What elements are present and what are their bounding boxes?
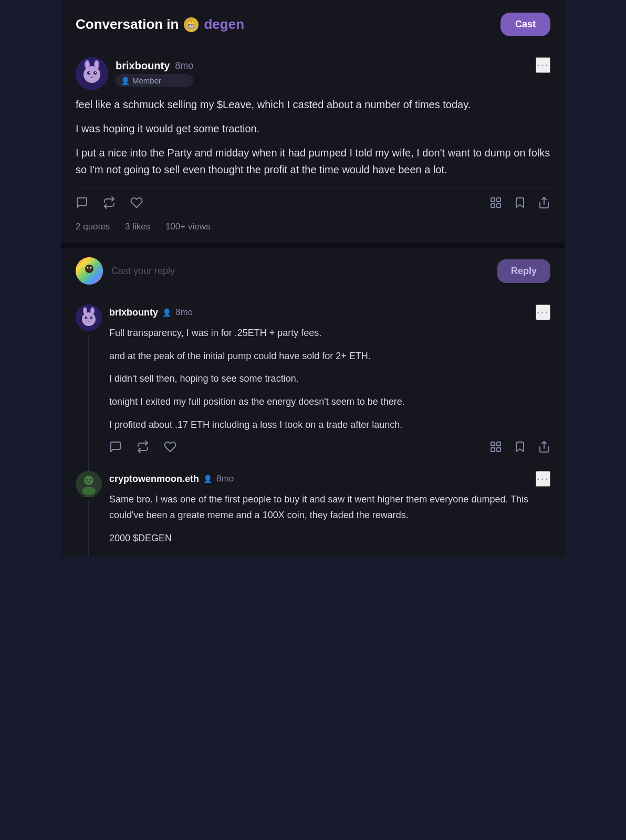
svg-rect-12 [497, 198, 500, 202]
like-button[interactable] [130, 196, 143, 209]
reply-2-username: cryptowenmoon.eth [109, 474, 199, 485]
reply-placeholder[interactable]: Cast your reply [111, 266, 489, 277]
svg-point-19 [87, 267, 89, 269]
svg-point-29 [90, 317, 93, 319]
reply-1-share-button[interactable] [538, 440, 550, 453]
post-paragraph-2: I was hoping it would get some traction. [76, 120, 550, 137]
svg-point-42 [90, 479, 92, 481]
reply-1-username: brixbounty [109, 307, 158, 318]
svg-point-6 [87, 71, 90, 75]
channel-name: degen [204, 16, 244, 33]
svg-point-21 [89, 269, 90, 270]
thread-item: brixbounty 👤 8mo ··· Full transparency, … [76, 304, 550, 471]
svg-point-2 [86, 61, 89, 68]
reply-1-comment-button[interactable] [109, 440, 122, 453]
reply-2-author-row: cryptowenmoon.eth 👤 8mo [109, 474, 234, 485]
svg-point-39 [84, 476, 93, 485]
reply-1-avatar [76, 304, 102, 331]
svg-rect-11 [491, 198, 495, 202]
comment-button[interactable] [76, 196, 88, 209]
cast-button[interactable]: Cast [500, 13, 550, 36]
reply-2-text: Same bro. I was one of the first people … [109, 492, 550, 546]
main-post-content: feel like a schmuck selling my $Leave, w… [76, 96, 550, 178]
share-button[interactable] [538, 196, 550, 209]
header-title: Conversation in [76, 16, 179, 33]
reply-2-header: cryptowenmoon.eth 👤 8mo ··· [109, 471, 550, 487]
reply-1-content: brixbounty 👤 8mo ··· Full transparency, … [109, 304, 550, 471]
post-stats: 2 quotes · 3 likes · 100+ views [76, 216, 550, 243]
main-post-username: brixbounty [116, 60, 170, 72]
reply-2-para-1: Same bro. I was one of the first people … [109, 492, 550, 523]
main-post: brixbounty 8mo 👤 Member ··· feel like a … [61, 47, 565, 243]
svg-point-41 [86, 479, 88, 481]
thread-left-2 [76, 471, 102, 556]
reply-1-para-4: tonight I exited my full position as the… [109, 394, 550, 410]
username-area: brixbounty 8mo 👤 Member [116, 60, 193, 87]
reply-1-text: Full transparency, I was in for .25ETH +… [109, 326, 550, 433]
svg-rect-33 [491, 442, 495, 446]
svg-rect-13 [491, 204, 495, 207]
post-author-info: brixbounty 8mo 👤 Member [76, 57, 193, 90]
thread-container: brixbounty 👤 8mo ··· Full transparency, … [61, 294, 565, 557]
svg-point-9 [95, 72, 96, 73]
username-row: brixbounty 8mo [116, 60, 193, 72]
svg-point-24 [84, 308, 87, 313]
svg-point-18 [85, 265, 93, 273]
bookmark-button[interactable] [514, 196, 526, 209]
reply-1-bookmark-button[interactable] [514, 440, 526, 453]
main-post-avatar [76, 57, 108, 90]
action-right [489, 196, 550, 209]
reply-1-apps-button[interactable] [489, 440, 502, 453]
reply-1-action-right [489, 440, 550, 453]
svg-point-8 [89, 72, 90, 73]
member-badge-label: Member [132, 76, 161, 85]
svg-rect-35 [491, 448, 495, 452]
reply-1-badge-icon: 👤 [162, 308, 171, 317]
apps-button[interactable] [489, 196, 502, 209]
stat-dot-1: · [116, 222, 119, 232]
member-icon: 👤 [121, 77, 130, 85]
recast-button[interactable] [103, 196, 116, 209]
thread-left [76, 304, 102, 471]
svg-point-7 [93, 71, 97, 75]
svg-point-28 [85, 317, 88, 319]
reply-1-like-button[interactable] [164, 440, 176, 453]
reply-1-para-2: and at the peak of the initial pump coul… [109, 349, 550, 364]
likes-stat: 3 likes [125, 222, 150, 232]
reply-2-para-2: 2000 $DEGEN [109, 531, 550, 547]
section-divider [61, 243, 565, 248]
svg-rect-34 [497, 442, 500, 446]
reply-2-avatar [76, 471, 102, 497]
action-left [76, 196, 143, 209]
reply-1-action-left [109, 440, 176, 453]
reply-1-para-3: I didn't sell then, hoping to see some t… [109, 371, 550, 387]
channel-icon: 🎰 [184, 17, 199, 32]
reply-1-header: brixbounty 👤 8mo ··· [109, 304, 550, 320]
svg-point-32 [88, 319, 90, 320]
reply-avatar [76, 257, 103, 285]
reply-2-more-options[interactable]: ··· [536, 471, 550, 487]
svg-point-10 [91, 75, 93, 77]
more-options-button[interactable]: ··· [536, 57, 550, 73]
post-paragraph-3: I put a nice into the Party and midday w… [76, 144, 550, 178]
svg-rect-14 [497, 204, 500, 207]
reply-1-recast-button[interactable] [137, 440, 149, 453]
thread-line-2 [88, 501, 89, 556]
svg-point-31 [91, 317, 92, 318]
svg-point-4 [95, 61, 98, 68]
thread-line [88, 335, 89, 471]
reply-2-timestamp: 8mo [216, 474, 234, 484]
svg-point-40 [82, 487, 96, 495]
post-header: brixbounty 8mo 👤 Member ··· [76, 57, 550, 90]
reply-1-para-5: I profited about .17 ETH including a los… [109, 417, 550, 433]
views-stat: 100+ views [165, 222, 211, 232]
svg-point-5 [84, 66, 100, 83]
member-badge: 👤 Member [116, 74, 193, 87]
reply-1-more-options[interactable]: ··· [536, 304, 550, 320]
reply-button[interactable]: Reply [497, 259, 550, 283]
reply-1-author-row: brixbounty 👤 8mo [109, 307, 193, 318]
quotes-stat: 2 quotes [76, 222, 110, 232]
svg-point-20 [90, 267, 92, 269]
svg-rect-36 [497, 448, 500, 452]
reply-1-para-1: Full transparency, I was in for .25ETH +… [109, 326, 550, 341]
